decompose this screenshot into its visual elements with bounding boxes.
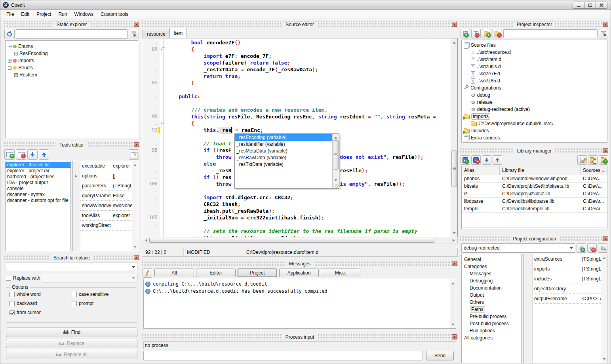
category-general[interactable]: General bbox=[462, 256, 521, 263]
property-value[interactable]: swoNone bbox=[111, 201, 132, 210]
column-header-sources-[interactable]: Sources ... bbox=[581, 166, 607, 175]
property-row[interactable]: includes(TStringL bbox=[533, 274, 601, 284]
add-library-button[interactable] bbox=[461, 155, 470, 165]
table-row[interactable]: bitsetsC:\Dev\dproj\bitSet\lib\bitsets.l… bbox=[462, 183, 607, 190]
project-config-close-icon[interactable]: x bbox=[603, 236, 608, 241]
search-replace-close-icon[interactable]: x bbox=[134, 255, 139, 260]
menu-edit[interactable]: Edit bbox=[17, 10, 33, 18]
inspector-item[interactable]: ..\src\resource.d bbox=[462, 49, 607, 56]
category-documentation[interactable]: Documentation bbox=[462, 284, 521, 292]
option-whole-word[interactable]: whole word bbox=[10, 292, 72, 297]
menu-run[interactable]: Run bbox=[55, 10, 70, 18]
category-paths[interactable]: Paths bbox=[462, 306, 521, 313]
scroll-right-button[interactable] bbox=[451, 237, 457, 244]
tool-list-item[interactable]: explorer - this file dir bbox=[6, 162, 70, 168]
scroll-thumb[interactable] bbox=[149, 238, 434, 243]
category-all-categories[interactable]: All categories bbox=[462, 334, 521, 341]
menu-project[interactable]: Project bbox=[33, 10, 55, 18]
scroll-down-button[interactable] bbox=[450, 322, 456, 328]
code-line[interactable]: . return true; bbox=[142, 73, 451, 80]
expand-icon[interactable]: + bbox=[8, 59, 11, 63]
source-editor-close-icon[interactable]: x bbox=[452, 22, 457, 27]
tool-list-item[interactable]: console bbox=[6, 186, 70, 192]
option-backward[interactable]: backward bbox=[10, 301, 72, 306]
remove-file-button[interactable] bbox=[471, 29, 481, 38]
category-debugging[interactable]: Debugging bbox=[462, 277, 521, 284]
message-row[interactable]: icompiling C:\...\build\resource.d.coedi… bbox=[144, 280, 456, 288]
symbol-filter-input[interactable] bbox=[16, 29, 128, 39]
completion-item[interactable]: _resMetaData (variable) bbox=[235, 148, 332, 154]
move-library-down-button[interactable] bbox=[482, 155, 491, 165]
filter-application[interactable]: Application bbox=[279, 269, 319, 277]
inspector-item[interactable]: ⚙debug-redirected (active) bbox=[462, 106, 607, 113]
process-input-close-icon[interactable]: x bbox=[452, 334, 457, 339]
property-row[interactable]: workingDirect bbox=[80, 221, 132, 231]
category-pre-build-process[interactable]: Pre-build process bbox=[462, 313, 521, 320]
inspector-item[interactable]: Includes bbox=[462, 127, 607, 134]
filter-editor[interactable]: Editor bbox=[196, 269, 236, 277]
remove-library-button[interactable] bbox=[471, 155, 481, 165]
scroll-thumb[interactable] bbox=[451, 151, 457, 187]
refresh-button[interactable] bbox=[4, 29, 15, 39]
tree-item-structs[interactable]: −Structs bbox=[6, 64, 138, 71]
edit-library-button[interactable] bbox=[577, 155, 587, 165]
tool-list-item[interactable]: harbored - project files bbox=[6, 174, 70, 180]
property-row[interactable]: showWindowsswoNone bbox=[80, 201, 132, 211]
code-editor[interactable]: . bool encodee7F()80− {. import e7F: enc… bbox=[142, 38, 458, 237]
table-row[interactable]: templeC:\Dev\dlibs\temple.libC:\Dev\r... bbox=[462, 205, 607, 213]
move-tool-down-button[interactable] bbox=[27, 149, 38, 160]
code-line[interactable]: 105 _initialSum = crc322uint(ihash.finis… bbox=[142, 214, 451, 221]
filter-all[interactable]: All bbox=[154, 269, 194, 277]
add-tool-button[interactable] bbox=[4, 149, 15, 160]
inspector-filter-clear-button[interactable] bbox=[599, 29, 608, 38]
send-button[interactable]: Send bbox=[426, 351, 454, 360]
expand-icon[interactable]: + bbox=[14, 73, 18, 77]
inspector-item[interactable]: C:\Dev\dproj\resource.d\build\..\src\ bbox=[462, 120, 607, 127]
scroll-up-button[interactable] bbox=[451, 38, 457, 45]
menu-file[interactable]: File bbox=[3, 10, 17, 18]
code-line[interactable]: . bbox=[142, 221, 451, 228]
code-line[interactable]: . // sets the resource identifier to the… bbox=[142, 228, 451, 234]
popup-scrollbar[interactable] bbox=[332, 134, 339, 188]
property-value[interactable]: [] bbox=[111, 171, 132, 181]
filter-project[interactable]: Project bbox=[238, 269, 277, 277]
inspector-filter-input[interactable] bbox=[503, 29, 598, 38]
message-row[interactable]: iC:\...\build\resource.d.coedit has been… bbox=[144, 288, 456, 295]
tools-editor-close-icon[interactable]: x bbox=[134, 142, 139, 147]
remove-folder-button[interactable] bbox=[493, 29, 502, 38]
remove-config-button[interactable]: ⚙ bbox=[587, 243, 597, 253]
code-line[interactable]: . this._resIdentifier = resIdent; bbox=[142, 234, 451, 237]
property-row[interactable]: queryParametFalse bbox=[80, 191, 132, 201]
property-value[interactable]: (TStringL bbox=[580, 274, 601, 284]
code-line[interactable]: . import std.digest.crc: CRC32; bbox=[142, 194, 451, 201]
remove-tool-button[interactable] bbox=[16, 149, 26, 160]
code-line[interactable]: . import e7F: encode_7F; bbox=[142, 53, 451, 59]
completion-item[interactable]: _resRawData (variable) bbox=[235, 154, 332, 161]
tool-list-item[interactable]: IDA - project output bbox=[6, 180, 70, 186]
category-post-build-process[interactable]: Post-build process bbox=[462, 320, 521, 327]
library-manager-close-icon[interactable]: x bbox=[603, 148, 608, 153]
code-line[interactable]: 92 this._res = resEnc; bbox=[142, 127, 451, 133]
editor-vertical-scrollbar[interactable] bbox=[451, 38, 457, 237]
completion-item[interactable]: _resTxtData (variable) bbox=[235, 161, 332, 168]
tool-list-item[interactable]: dscanner - custom opt for file bbox=[6, 198, 70, 204]
property-row[interactable]: options[] bbox=[80, 171, 132, 181]
replace-term-combo[interactable] bbox=[43, 274, 137, 282]
menu-custom-tools[interactable]: Custom tools bbox=[97, 10, 132, 18]
move-tool-up-button[interactable] bbox=[39, 149, 49, 160]
edit-tool-in-window-button[interactable]: ϟ bbox=[129, 149, 139, 160]
completion-item[interactable]: _resIdentifier (variable) bbox=[235, 141, 332, 148]
inspector-item[interactable]: ..\src\e7F.d bbox=[462, 70, 607, 77]
config-selector-combo[interactable]: debug-redirected bbox=[461, 243, 575, 253]
property-row[interactable]: executableexplorer bbox=[80, 161, 132, 171]
expand-icon[interactable]: + bbox=[14, 52, 18, 55]
search-term-combo[interactable] bbox=[6, 263, 137, 271]
config-grid-scrollbar[interactable] bbox=[601, 254, 607, 363]
category-categories[interactable]: Categories bbox=[462, 263, 521, 270]
property-value[interactable] bbox=[580, 284, 601, 293]
inspector-item[interactable]: Extra sources bbox=[462, 134, 607, 141]
code-line[interactable]: . scope(failure) return false; bbox=[142, 59, 451, 66]
inspector-item[interactable]: ..\src\utils.d bbox=[462, 63, 607, 70]
property-value[interactable] bbox=[111, 221, 132, 230]
static-explorer-close-icon[interactable]: x bbox=[134, 22, 139, 27]
